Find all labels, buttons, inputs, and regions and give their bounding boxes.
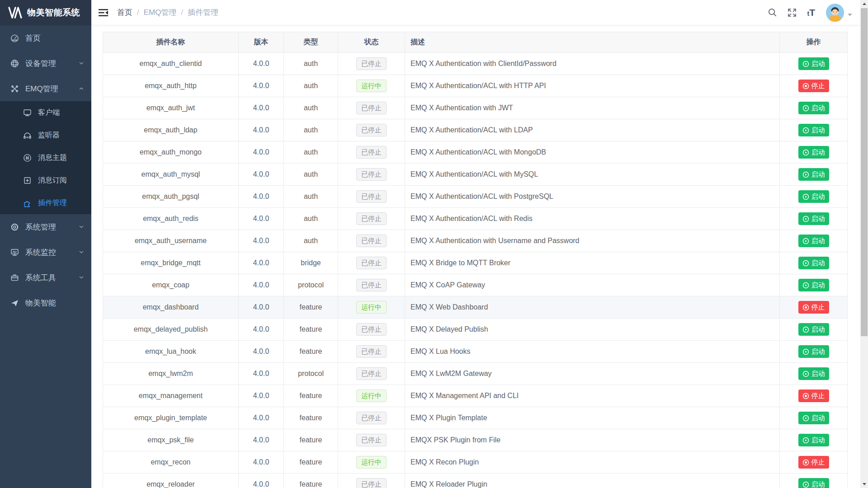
start-button[interactable]: 启动 — [798, 367, 829, 380]
type-cell: auth — [284, 208, 338, 230]
status-cell: 已停止 — [338, 429, 405, 451]
emq-icon — [9, 84, 20, 93]
listener-icon — [22, 131, 33, 140]
sidebar-item-emq-management[interactable]: EMQ管理 — [0, 76, 91, 101]
description-cell: EMQX PSK Plugin from File — [405, 429, 780, 451]
description-cell: EMQ X Authentication/ACL with MongoDB — [405, 141, 780, 164]
start-button[interactable]: 启动 — [798, 212, 829, 225]
topic-icon — [22, 154, 33, 162]
chevron-down-icon — [79, 275, 84, 280]
status-badge: 运行中 — [356, 80, 387, 92]
table-row: emqx_psk_file4.0.0feature已停止EMQX PSK Plu… — [103, 429, 848, 451]
fullscreen-icon[interactable] — [788, 8, 797, 17]
type-cell: auth — [284, 75, 338, 97]
column-header: 描述 — [405, 32, 780, 53]
start-button[interactable]: 启动 — [798, 412, 829, 424]
column-header: 状态 — [338, 32, 405, 53]
plugin-name-cell: emqx_bridge_mqtt — [103, 252, 239, 274]
sidebar-item-message-topic[interactable]: 消息主题 — [0, 146, 91, 169]
sidebar-item-plugin-management[interactable]: 插件管理 — [0, 192, 91, 214]
sidebar-item-device-management[interactable]: 设备管理 — [0, 51, 91, 76]
version-cell: 4.0.0 — [239, 363, 284, 385]
description-cell: EMQ X Delayed Publish — [405, 319, 780, 341]
start-button[interactable]: 启动 — [798, 279, 829, 291]
start-button[interactable]: 启动 — [798, 57, 829, 70]
stop-circle-icon — [802, 83, 809, 89]
description-cell: EMQ X Lua Hooks — [405, 341, 780, 363]
action-button-label: 停止 — [811, 82, 825, 90]
action-button-label: 启动 — [811, 148, 825, 157]
stop-button[interactable]: 停止 — [798, 456, 829, 469]
sidebar-item-label: 设备管理 — [25, 58, 56, 69]
description-cell: EMQ X Recon Plugin — [405, 451, 780, 474]
type-cell: auth — [284, 164, 338, 186]
version-cell: 4.0.0 — [239, 186, 284, 208]
chevron-down-icon — [79, 224, 84, 230]
scroll-down-arrow[interactable] — [860, 480, 868, 488]
column-header: 类型 — [284, 32, 338, 53]
plugin-name-cell: emqx_auth_http — [103, 75, 239, 97]
start-button[interactable]: 启动 — [798, 323, 829, 336]
action-cell: 启动 — [780, 141, 848, 164]
status-cell: 已停止 — [338, 363, 405, 385]
user-menu[interactable] — [826, 4, 852, 22]
start-button[interactable]: 启动 — [798, 102, 829, 114]
play-circle-icon — [802, 437, 809, 444]
app-logo[interactable]: 物美智能系统 — [0, 0, 91, 25]
status-badge: 已停止 — [356, 212, 387, 225]
scroll-up-arrow[interactable] — [860, 0, 868, 8]
vertical-scrollbar[interactable] — [860, 0, 868, 488]
table-row: emqx_dashboard4.0.0feature运行中EMQ X Web D… — [103, 296, 848, 319]
start-button[interactable]: 启动 — [798, 124, 829, 136]
sidebar-item-home[interactable]: 首页 — [0, 25, 91, 51]
sidebar-item-system-monitor[interactable]: 系统监控 — [0, 239, 91, 265]
stop-button[interactable]: 停止 — [798, 80, 829, 92]
status-cell: 已停止 — [338, 341, 405, 363]
table-row: emqx_recon4.0.0feature运行中EMQ X Recon Plu… — [103, 451, 848, 474]
start-button[interactable]: 启动 — [798, 345, 829, 358]
play-circle-icon — [802, 371, 809, 377]
sidebar-toggle-icon[interactable] — [99, 9, 108, 17]
breadcrumb-separator: / — [137, 8, 139, 17]
start-button[interactable]: 启动 — [798, 168, 829, 181]
start-button[interactable]: 启动 — [798, 434, 829, 446]
stop-circle-icon — [802, 393, 809, 399]
plugin-icon — [22, 199, 33, 207]
sidebar-item-message-subscription[interactable]: 消息订阅 — [0, 169, 91, 192]
start-button[interactable]: 启动 — [798, 478, 829, 488]
breadcrumb-item[interactable]: 首页 — [117, 7, 132, 18]
table-row: emqx_management4.0.0feature运行中EMQ X Mana… — [103, 385, 848, 407]
sidebar-item-wumei-smart[interactable]: 物美智能 — [0, 290, 91, 315]
version-cell: 4.0.0 — [239, 274, 284, 296]
stop-button[interactable]: 停止 — [798, 301, 829, 314]
start-button[interactable]: 启动 — [798, 146, 829, 159]
action-cell: 启动 — [780, 252, 848, 274]
version-cell: 4.0.0 — [239, 230, 284, 252]
description-cell: EMQ X Authentication/ACL with MySQL — [405, 164, 780, 186]
action-button-label: 启动 — [811, 237, 825, 245]
search-icon[interactable] — [768, 8, 777, 17]
action-cell: 启动 — [780, 97, 848, 119]
description-cell: EMQ X Management API and CLI — [405, 385, 780, 407]
column-header: 版本 — [239, 32, 284, 53]
start-button[interactable]: 启动 — [798, 190, 829, 203]
plugin-name-cell: emqx_delayed_publish — [103, 319, 239, 341]
sidebar-item-listener[interactable]: 监听器 — [0, 124, 91, 146]
start-button[interactable]: 启动 — [798, 257, 829, 269]
avatar[interactable] — [826, 4, 844, 22]
plugin-name-cell: emqx_recon — [103, 451, 239, 474]
sidebar-item-client[interactable]: 客户端 — [0, 101, 91, 124]
start-button[interactable]: 启动 — [798, 235, 829, 247]
chevron-up-icon — [79, 86, 84, 91]
status-cell: 运行中 — [338, 451, 405, 474]
font-size-icon[interactable]: tT — [807, 7, 816, 18]
sidebar-item-system-tools[interactable]: 系统工具 — [0, 265, 91, 290]
sidebar-item-system-management[interactable]: 系统管理 — [0, 214, 91, 239]
play-circle-icon — [802, 348, 809, 355]
scrollbar-thumb[interactable] — [861, 8, 868, 336]
status-cell: 已停止 — [338, 53, 405, 75]
stop-button[interactable]: 停止 — [798, 389, 829, 402]
status-cell: 已停止 — [338, 186, 405, 208]
version-cell: 4.0.0 — [239, 53, 284, 75]
status-badge: 已停止 — [356, 168, 387, 181]
